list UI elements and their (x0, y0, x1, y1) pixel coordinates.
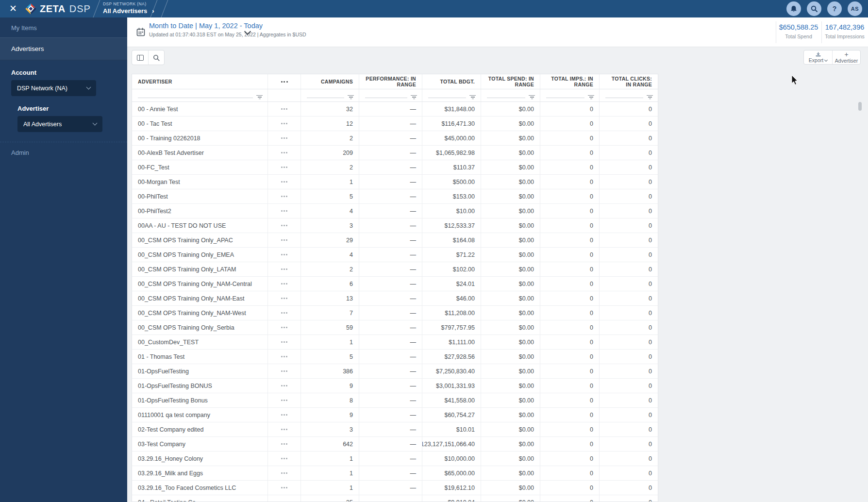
row-menu-button[interactable] (268, 306, 301, 320)
table-row[interactable]: 03-Test Company 642 — $123,127,151,066.4… (132, 437, 658, 452)
column-header-total-spend[interactable]: TOTAL SPEND: IN RANGE (481, 74, 540, 89)
advertiser-name[interactable]: 00_CSM OPS Training Only_NAM-Central (132, 277, 268, 291)
advertiser-name[interactable]: 00_CSM OPS Training Only_EMEA (132, 248, 268, 262)
row-menu-button[interactable] (268, 204, 301, 218)
filter-total-budget[interactable] (422, 89, 481, 101)
table-row[interactable]: 00 - Tac Test 12 — $116,471.30 $0.00 0 0 (132, 117, 658, 131)
table-row[interactable]: 00-FC_Test 2 — $110.37 $0.00 0 0 (132, 160, 658, 175)
advertiser-name[interactable]: 03.29.16_Milk and Eggs (132, 466, 268, 480)
row-menu-button[interactable] (268, 422, 301, 436)
column-header-actions[interactable] (268, 74, 301, 89)
row-menu-button[interactable] (268, 466, 301, 480)
table-row[interactable]: 03.29.16_Milk and Eggs 1 — $65,000.00 $0… (132, 466, 658, 481)
row-menu-button[interactable] (268, 437, 301, 451)
filter-performance[interactable] (359, 89, 422, 101)
table-row[interactable]: 01-OpsFuelTesting 386 — $7,250,830.40 $0… (132, 364, 658, 379)
advertiser-name[interactable]: 01110001 qa test company (132, 408, 268, 422)
advertiser-name[interactable]: 01-OpsFuelTesting BONUS (132, 379, 268, 393)
filter-campaigns[interactable] (301, 89, 359, 101)
column-header-performance[interactable]: PERFORMANCE: IN RANGE (359, 74, 422, 89)
search-button[interactable] (807, 1, 821, 16)
advertiser-name[interactable]: 00-PhilTest (132, 189, 268, 203)
row-menu-button[interactable] (268, 131, 301, 145)
row-menu-button[interactable] (268, 320, 301, 335)
table-row[interactable]: 00_CSM OPS Training Only_NAM-Central 6 —… (132, 277, 658, 291)
advertiser-name[interactable]: 01-OpsFuelTesting Bonus (132, 393, 268, 407)
filter-advertiser[interactable] (132, 89, 268, 101)
row-menu-button[interactable] (268, 350, 301, 364)
advertiser-name[interactable]: 00-PhilTest2 (132, 204, 268, 218)
column-header-advertiser[interactable]: ADVERTISER (132, 74, 268, 89)
row-menu-button[interactable] (268, 481, 301, 495)
row-menu-button[interactable] (268, 408, 301, 422)
advertiser-name[interactable]: 00_CSM OPS Training Only_APAC (132, 233, 268, 247)
advertiser-name[interactable]: 00 - Annie Test (132, 102, 268, 116)
row-menu-button[interactable] (268, 146, 301, 160)
sidebar-item-advertisers[interactable]: Advertisers (0, 37, 127, 60)
sidebar-item-my-items[interactable]: My Items (0, 17, 127, 37)
table-row[interactable]: 00_CSM OPS Training Only_LATAM 2 — $102.… (132, 262, 658, 277)
column-header-total-impressions[interactable]: TOTAL IMPS.: IN RANGE (540, 74, 600, 89)
advertiser-name[interactable]: 00 - Training 02262018 (132, 131, 268, 145)
advertiser-name[interactable]: 00-FC_Test (132, 160, 268, 174)
table-row[interactable]: 00_CSM OPS Training Only_EMEA 4 — $71.22… (132, 248, 658, 262)
account-select[interactable]: DSP Network (NA) (11, 80, 96, 96)
advertiser-name[interactable]: 01-OpsFuelTesting (132, 364, 268, 378)
advertiser-name[interactable]: 03.29.16_Honey Colony (132, 452, 268, 466)
table-row[interactable]: 02-Test Company edited 3 — $10.01 $0.00 … (132, 422, 658, 437)
date-range-value[interactable]: Month to Date | May 1, 2022 - Today (149, 22, 306, 30)
table-row[interactable]: 01 - Thomas Test 5 — $27,928.56 $0.00 0 … (132, 350, 658, 364)
add-advertiser-button[interactable]: + Advertiser (832, 50, 860, 64)
grid-search-button[interactable] (148, 50, 164, 65)
filter-total-clicks[interactable] (600, 89, 658, 101)
advertiser-name[interactable]: 03.29.16_Too Faced Cosmetics LLC (132, 481, 268, 495)
table-row[interactable]: 04 - Retail Testing Co 35 — $9,910.04 $0… (132, 495, 658, 502)
column-header-total-clicks[interactable]: TOTAL CLICKS: IN RANGE (600, 74, 658, 89)
column-settings-button[interactable] (132, 50, 148, 65)
close-icon[interactable]: ✕ (7, 2, 19, 15)
table-row[interactable]: 03.29.16_Too Faced Cosmetics LLC 1 — $19… (132, 481, 658, 495)
advertiser-name[interactable]: 01 - Thomas Test (132, 350, 268, 364)
row-menu-button[interactable] (268, 189, 301, 203)
advertiser-name[interactable]: 00_CSM OPS Training Only_NAM-East (132, 291, 268, 305)
vertical-scrollbar-thumb[interactable] (858, 102, 862, 111)
breadcrumb-expand-chevron[interactable]: › (152, 7, 154, 15)
row-menu-button[interactable] (268, 495, 301, 502)
advertiser-name[interactable]: 00-AlexB Test Advertiser (132, 146, 268, 160)
advertiser-name[interactable]: 00_CSM OPS Training Only_LATAM (132, 262, 268, 276)
filter-icon[interactable] (348, 95, 354, 100)
filter-icon[interactable] (588, 95, 594, 100)
table-row[interactable]: 00_CSM OPS Training Only_APAC 29 — $164.… (132, 233, 658, 248)
table-row[interactable]: 00-PhilTest2 4 — $10.00 $0.00 0 0 (132, 204, 658, 218)
row-menu-button[interactable] (268, 218, 301, 233)
advertiser-name[interactable]: 03-Test Company (132, 437, 268, 451)
row-menu-button[interactable] (268, 364, 301, 378)
date-range-picker[interactable]: Month to Date | May 1, 2022 - Today Upda… (149, 22, 306, 37)
table-row[interactable]: 03.29.16_Honey Colony 1 — $10,000.00 $0.… (132, 452, 658, 466)
advertiser-name[interactable]: 00_CustomDev_TEST (132, 335, 268, 349)
advertiser-name[interactable]: 00_CSM OPS Training Only_NAM-West (132, 306, 268, 320)
row-menu-button[interactable] (268, 335, 301, 349)
table-row[interactable]: 00_CSM OPS Training Only_NAM-East 13 — $… (132, 291, 658, 306)
table-row[interactable]: 00 - Training 02262018 2 — $45,000.00 $0… (132, 131, 658, 146)
filter-total-spend[interactable] (481, 89, 540, 101)
breadcrumb[interactable]: DSP NETWORK (NA) All Advertisers › (103, 1, 154, 15)
table-row[interactable]: 00AA - AU - TEST DO NOT USE 3 — $12,533.… (132, 218, 658, 233)
table-row[interactable]: 00_CSM OPS Training Only_NAM-West 7 — $1… (132, 306, 658, 320)
export-button[interactable]: Export (804, 50, 832, 64)
user-avatar[interactable]: AS (848, 1, 862, 16)
calendar-icon[interactable] (136, 28, 145, 38)
column-header-total-budget[interactable]: TOTAL BDGT. (422, 74, 481, 89)
advertiser-name[interactable]: 00-Morgan Test (132, 175, 268, 189)
row-menu-button[interactable] (268, 117, 301, 131)
row-menu-button[interactable] (268, 393, 301, 407)
filter-icon[interactable] (411, 95, 417, 100)
table-row[interactable]: 01110001 qa test company 9 — $60,754.27 … (132, 408, 658, 422)
sidebar-item-admin[interactable]: Admin (0, 142, 127, 162)
filter-icon[interactable] (469, 95, 476, 100)
advertiser-name[interactable]: 00_CSM OPS Training Only_Serbia (132, 320, 268, 335)
row-menu-button[interactable] (268, 277, 301, 291)
row-menu-button[interactable] (268, 248, 301, 262)
advertiser-select[interactable]: All Advertisers (17, 116, 102, 132)
notifications-button[interactable] (786, 1, 801, 16)
